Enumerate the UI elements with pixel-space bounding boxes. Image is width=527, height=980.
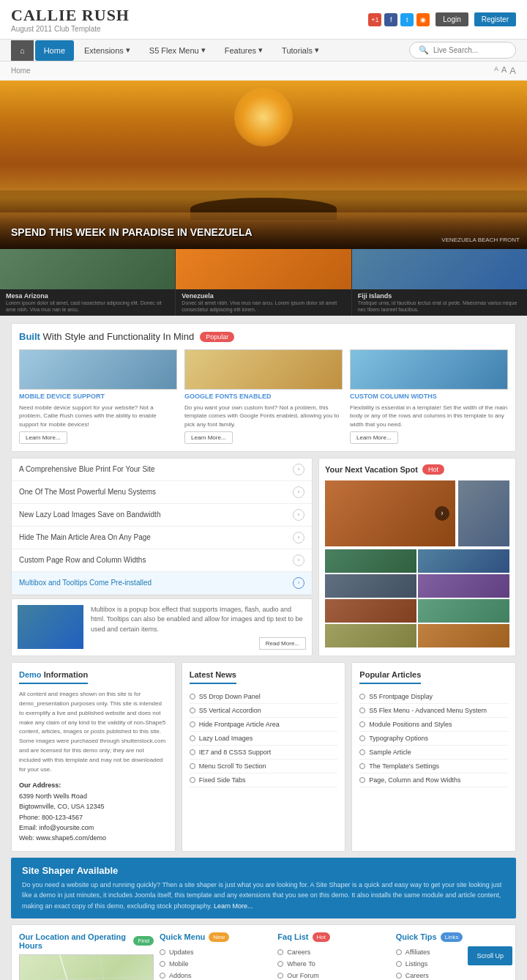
popular-badge: Popular — [200, 332, 234, 342]
nav-item-tutorials[interactable]: Tutorials ▾ — [273, 40, 328, 61]
vac-thumb-8[interactable] — [418, 624, 509, 647]
vac-thumb-7[interactable] — [325, 624, 416, 647]
svg-line-2 — [100, 955, 113, 980]
article-item-4[interactable]: Sample Article — [359, 746, 508, 760]
main-content: Built With Style and Functionality In Mi… — [0, 316, 527, 980]
multibox-image — [18, 605, 83, 649]
article-item-2[interactable]: Module Positions and Styles — [359, 718, 508, 732]
faq-2[interactable]: Our Forum — [277, 970, 389, 980]
news-item-4[interactable]: IE7 and 8 CSS3 Support — [190, 746, 338, 760]
bullet-0 — [190, 694, 195, 699]
demo-title-accent: Demo — [19, 670, 42, 679]
header: CALLIE RUSH August 2011 Club Template +1… — [0, 0, 527, 40]
qm-1[interactable]: Mobile — [160, 958, 272, 970]
news-item-1[interactable]: S5 Vertical Accordion — [190, 704, 338, 718]
location-col: Our Location and Operating Hours Find 📍 — [19, 932, 154, 980]
article-item-0[interactable]: S5 Frontpage Display — [359, 690, 508, 704]
faq-1[interactable]: Where To — [277, 958, 389, 970]
vacation-side-img[interactable] — [458, 480, 509, 546]
facebook-icon[interactable]: f — [384, 13, 397, 26]
nav-home-button[interactable]: ⌂ — [11, 40, 34, 61]
qt-bullet-2 — [396, 973, 402, 979]
nav-item-home[interactable]: Home — [35, 40, 74, 61]
qm-0[interactable]: Updates — [160, 946, 272, 958]
article-item-6[interactable]: Page, Column and Row Widths — [359, 773, 508, 787]
font-size-small[interactable]: A — [494, 65, 498, 76]
news-item-0[interactable]: S5 Drop Down Panel — [190, 690, 338, 704]
built-header: Built With Style and Functionality In Mi… — [19, 331, 508, 342]
art-bullet-1 — [359, 708, 365, 713]
multibox-description: Multibox is a popup box effect that supp… — [91, 605, 306, 635]
chevron-down-icon: ▾ — [126, 45, 130, 55]
mobile-col-text: Need mobile device support for your webs… — [19, 404, 177, 428]
news-item-5[interactable]: Menu Scroll To Section — [190, 760, 338, 773]
rss-icon[interactable]: ◉ — [416, 13, 430, 26]
news-item-6[interactable]: Fixed Side Tabs — [190, 773, 338, 787]
header-logo: CALLIE RUSH August 2011 Club Template — [11, 6, 130, 33]
article-item-5[interactable]: The Template's Settings — [359, 760, 508, 773]
arrow-icon-3: › — [293, 532, 304, 543]
quick-menu-title: Quick Menu — [160, 932, 205, 941]
google-learn-button[interactable]: Learn More... — [184, 431, 233, 444]
feature-item-3[interactable]: Hide The Main Article Area On Any Page › — [12, 527, 312, 549]
social-icons: +1 f t ◉ — [368, 13, 430, 26]
google-plus-icon[interactable]: +1 — [368, 13, 381, 26]
vac-thumb-2[interactable] — [418, 549, 509, 573]
hero-thumb-3[interactable]: Fiji Islands Tristique urna, id faucibus… — [351, 249, 527, 316]
news-title: Latest News — [190, 670, 236, 684]
feature-item-4[interactable]: Custom Page Row and Column Widths › — [12, 549, 312, 572]
feature-item-0[interactable]: A Comprehensive Blue Print For Your Site… — [12, 459, 312, 481]
faq-title: Faq List — [277, 932, 308, 941]
vacation-title: Your Next Vacation Spot — [325, 465, 418, 474]
popular-list: S5 Frontpage Display S5 Flex Menu - Adva… — [359, 690, 508, 787]
article-item-3[interactable]: Typography Options — [359, 732, 508, 746]
news-item-3[interactable]: Lazy Load Images — [190, 732, 338, 746]
font-size-large[interactable]: A — [509, 65, 516, 76]
nav-item-extensions[interactable]: Extensions ▾ — [75, 40, 139, 61]
site-shaper-text: Do you need a website up and running qui… — [22, 880, 505, 911]
mobile-learn-button[interactable]: Learn More... — [19, 431, 67, 444]
main-nav: ⌂ Home Extensions ▾ S5 Flex Menu ▾ Featu… — [0, 40, 527, 62]
qm-bullet-1 — [160, 961, 165, 967]
article-item-1[interactable]: S5 Flex Menu - Advanced Menu System — [359, 704, 508, 718]
scroll-up-button[interactable]: Scroll Up — [468, 946, 512, 965]
hero-thumb-1[interactable]: Mesa Arizona Lorem ipsum dolor sit amet,… — [0, 249, 175, 316]
search-box[interactable]: 🔍 — [409, 42, 516, 59]
vac-thumb-6[interactable] — [418, 599, 509, 623]
nav-item-s5flex[interactable]: S5 Flex Menu ▾ — [141, 40, 214, 61]
vacation-next-arrow[interactable]: › — [435, 506, 449, 521]
built-section: Built With Style and Functionality In Mi… — [11, 323, 516, 452]
location-title: Our Location and Operating Hours — [19, 932, 130, 950]
qm-2[interactable]: Addons — [160, 970, 272, 980]
art-bullet-5 — [359, 763, 365, 769]
faq-0[interactable]: Careers — [277, 946, 389, 958]
hero-overlay: SPEND THIS WEEK IN PARADISE IN VENEZUELA… — [0, 215, 527, 249]
feature-item-2[interactable]: New Lazy Load Images Save on Bandwidth › — [12, 504, 312, 527]
hero-thumb-2[interactable]: Venezuela Donec sit amet nibh. Viva mus … — [175, 249, 351, 316]
vac-thumb-1[interactable] — [325, 549, 416, 573]
register-button[interactable]: Register — [474, 12, 516, 26]
nav-item-features[interactable]: Features ▾ — [216, 40, 272, 61]
vac-thumb-3[interactable] — [325, 574, 416, 598]
news-item-2[interactable]: Hide Frontpage Article Area — [190, 718, 338, 732]
search-input[interactable] — [433, 46, 507, 54]
feature-item-5[interactable]: Multibox and Tooltips Come Pre-installed… — [12, 572, 312, 595]
vac-thumb-5[interactable] — [325, 599, 416, 623]
custom-learn-button[interactable]: Learn More... — [350, 431, 398, 444]
login-button[interactable]: Login — [436, 12, 468, 26]
built-title: With Style and Functionality In Mind — [43, 331, 195, 342]
feature-list-container: A Comprehensive Blue Print For Your Site… — [11, 458, 313, 657]
built-prefix: Built — [19, 331, 40, 342]
site-shaper-section: Site Shaper Available Do you need a webs… — [11, 858, 516, 918]
faq-bullet-2 — [277, 973, 283, 979]
read-more-button[interactable]: Read More... — [259, 637, 306, 650]
vac-thumb-4[interactable] — [418, 574, 509, 598]
demo-address: Our Address: 6399 North Wells RoadBigtow… — [19, 780, 168, 843]
vacation-main-img[interactable]: › — [325, 480, 455, 546]
font-size-medium[interactable]: A — [501, 65, 507, 76]
qt-2[interactable]: Careers — [396, 970, 508, 980]
twitter-icon[interactable]: t — [400, 13, 414, 26]
site-shaper-link[interactable]: Learn More... — [214, 902, 253, 910]
news-list: S5 Drop Down Panel S5 Vertical Accordion… — [190, 690, 338, 787]
feature-item-1[interactable]: One Of The Most Powerful Menu Systems › — [12, 481, 312, 504]
